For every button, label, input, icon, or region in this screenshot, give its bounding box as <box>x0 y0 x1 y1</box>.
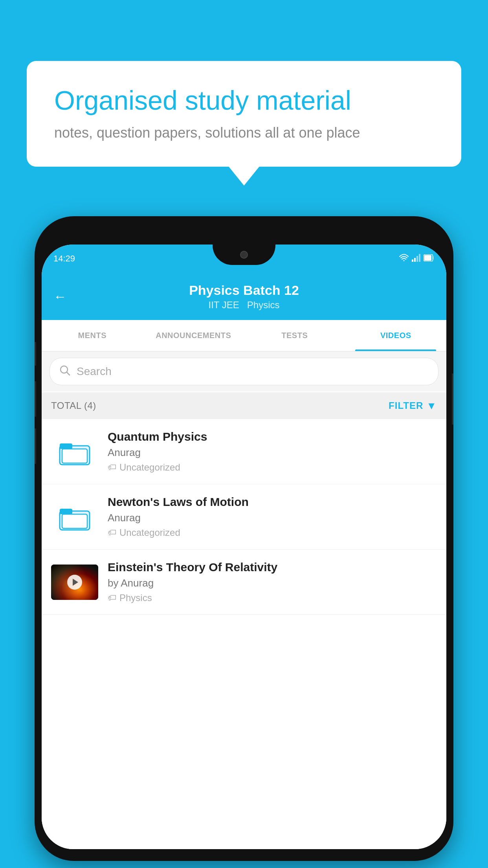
video-list: Quantum Physics Anurag 🏷 Uncategorized <box>42 419 446 849</box>
svg-rect-14 <box>62 514 87 528</box>
tag-label: Uncategorized <box>119 527 180 538</box>
tag-icon: 🏷 <box>108 593 116 603</box>
video-info: Newton's Laws of Motion Anurag 🏷 Uncateg… <box>108 495 437 538</box>
status-icons <box>399 254 435 264</box>
tab-tests[interactable]: TESTS <box>244 320 345 351</box>
svg-rect-10 <box>60 443 72 449</box>
status-bar: 14:29 <box>42 245 446 273</box>
tag-icon: 🏷 <box>108 462 116 473</box>
phone-frame: 14:29 <box>35 216 453 861</box>
tab-ments[interactable]: MENTS <box>42 320 143 351</box>
play-icon <box>73 579 78 586</box>
filter-icon: ▼ <box>426 400 437 412</box>
tabs-bar: MENTS ANNOUNCEMENTS TESTS VIDEOS <box>42 320 446 351</box>
video-author: by Anurag <box>108 577 437 589</box>
play-button[interactable] <box>67 575 82 590</box>
video-tag: 🏷 Uncategorized <box>108 462 437 473</box>
video-title: Quantum Physics <box>108 430 437 443</box>
status-time: 14:29 <box>53 254 75 264</box>
svg-rect-4 <box>419 254 420 262</box>
video-title: Newton's Laws of Motion <box>108 495 437 509</box>
tag-label: Uncategorized <box>119 462 180 473</box>
svg-point-0 <box>404 260 405 261</box>
search-bar-wrap: Search <box>42 351 446 392</box>
speech-bubble: Organised study material notes, question… <box>27 61 461 167</box>
tag-icon: 🏷 <box>108 528 116 538</box>
folder-icon-container <box>51 503 98 531</box>
notch <box>213 245 275 265</box>
speech-bubble-container: Organised study material notes, question… <box>27 61 461 167</box>
wifi-icon <box>399 254 409 264</box>
tag-label: Physics <box>119 592 152 603</box>
filter-label: FILTER <box>389 400 423 411</box>
video-author: Anurag <box>108 512 437 524</box>
search-bar[interactable]: Search <box>50 358 438 385</box>
volume-down-button-2 <box>35 428 36 464</box>
app-header: ← Physics Batch 12 IIT JEE Physics <box>42 273 446 320</box>
volume-up-button <box>35 342 36 366</box>
back-button[interactable]: ← <box>53 289 67 304</box>
tab-videos[interactable]: VIDEOS <box>345 320 447 351</box>
bubble-title: Organised study material <box>54 85 434 117</box>
video-info: Quantum Physics Anurag 🏷 Uncategorized <box>108 430 437 473</box>
svg-rect-2 <box>414 258 416 262</box>
svg-rect-6 <box>424 255 431 261</box>
phone-screen: 14:29 <box>42 245 446 849</box>
camera <box>240 251 248 259</box>
svg-rect-3 <box>416 256 418 262</box>
list-item[interactable]: Quantum Physics Anurag 🏷 Uncategorized <box>42 419 446 484</box>
filter-bar: TOTAL (4) FILTER ▼ <box>42 392 446 419</box>
total-label: TOTAL (4) <box>51 400 96 411</box>
svg-rect-1 <box>412 259 413 262</box>
folder-icon-container <box>51 438 98 465</box>
video-thumbnail <box>51 565 98 600</box>
app-subtitle: IIT JEE Physics <box>209 300 280 311</box>
svg-rect-13 <box>60 509 72 514</box>
video-tag: 🏷 Physics <box>108 592 437 603</box>
video-tag: 🏷 Uncategorized <box>108 527 437 538</box>
video-author: Anurag <box>108 447 437 459</box>
bubble-subtitle: notes, question papers, solutions all at… <box>54 125 434 141</box>
video-title: Einstein's Theory Of Relativity <box>108 561 437 574</box>
list-item[interactable]: Einstein's Theory Of Relativity by Anura… <box>42 550 446 615</box>
list-item[interactable]: Newton's Laws of Motion Anurag 🏷 Uncateg… <box>42 484 446 550</box>
search-icon <box>59 365 70 379</box>
app-title: Physics Batch 12 <box>189 283 299 298</box>
video-info: Einstein's Theory Of Relativity by Anura… <box>108 561 437 603</box>
filter-button[interactable]: FILTER ▼ <box>389 400 437 412</box>
subtitle-physics: Physics <box>247 300 280 311</box>
folder-icon <box>59 438 90 465</box>
signal-icon <box>412 254 420 264</box>
subtitle-iitjee: IIT JEE <box>209 300 239 311</box>
battery-icon <box>424 254 435 263</box>
power-button <box>452 373 453 425</box>
volume-down-button <box>35 381 36 417</box>
folder-icon <box>59 503 90 531</box>
svg-line-8 <box>67 372 70 375</box>
svg-rect-11 <box>62 449 87 463</box>
search-placeholder: Search <box>77 365 112 378</box>
tab-announcements[interactable]: ANNOUNCEMENTS <box>143 320 244 351</box>
